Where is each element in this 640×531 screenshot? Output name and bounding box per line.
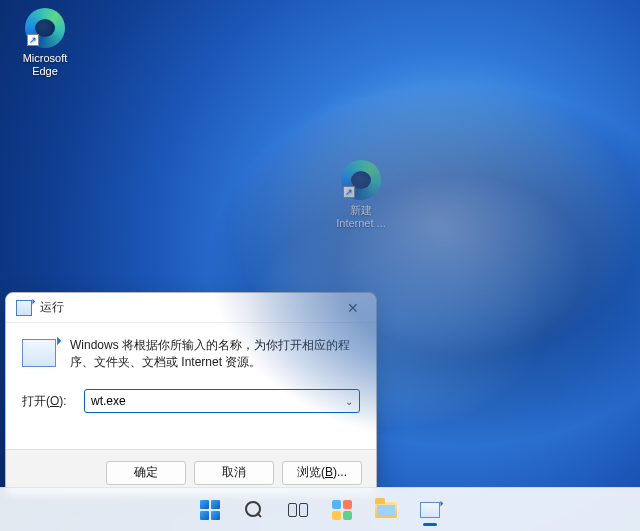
folder-icon [375, 502, 397, 518]
shortcut-arrow-icon: ↗ [343, 186, 355, 198]
search-button[interactable] [235, 492, 273, 528]
desktop-icon-internet-shortcut[interactable]: ↗ 新建 Internet ... [324, 160, 398, 230]
widgets-icon [332, 500, 352, 520]
chevron-down-icon[interactable]: ⌄ [343, 396, 355, 407]
taskbar [0, 487, 640, 531]
taskview-button[interactable] [279, 492, 317, 528]
start-button[interactable] [191, 492, 229, 528]
desktop-icon-label: 新建 [350, 204, 372, 216]
open-label: 打开(O): [22, 393, 76, 410]
run-dialog-title: 运行 [40, 299, 332, 316]
cancel-button[interactable]: 取消 [194, 461, 274, 485]
desktop-icon-label: Edge [32, 65, 58, 77]
desktop-icon-label: Internet ... [336, 217, 386, 229]
open-input[interactable] [91, 394, 343, 408]
windows-logo-icon [200, 500, 220, 520]
close-button[interactable]: ✕ [332, 294, 374, 322]
taskview-icon [288, 503, 308, 517]
desktop-icon-label: Microsoft [23, 52, 68, 64]
run-icon [16, 300, 32, 316]
ok-button[interactable]: 确定 [106, 461, 186, 485]
desktop-icon-edge[interactable]: ↗ Microsoft Edge [8, 8, 82, 78]
shortcut-arrow-icon: ↗ [27, 34, 39, 46]
search-icon [245, 501, 263, 519]
widgets-button[interactable] [323, 492, 361, 528]
run-dialog-titlebar[interactable]: 运行 ✕ [6, 293, 376, 323]
run-dialog-description: Windows 将根据你所输入的名称，为你打开相应的程序、文件夹、文档或 Int… [70, 337, 360, 371]
run-dialog: 运行 ✕ Windows 将根据你所输入的名称，为你打开相应的程序、文件夹、文档… [5, 292, 377, 496]
browse-button[interactable]: 浏览(B)... [282, 461, 362, 485]
open-combobox[interactable]: ⌄ [84, 389, 360, 413]
edge-icon: ↗ [25, 8, 65, 48]
run-icon [22, 339, 56, 367]
edge-icon: ↗ [341, 160, 381, 200]
close-icon: ✕ [347, 300, 359, 316]
run-icon [420, 502, 440, 518]
run-taskbar-button[interactable] [411, 492, 449, 528]
file-explorer-button[interactable] [367, 492, 405, 528]
